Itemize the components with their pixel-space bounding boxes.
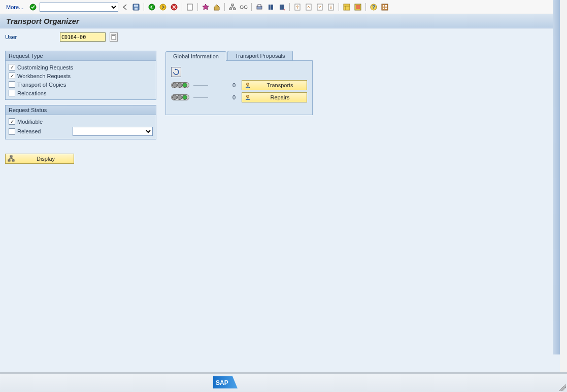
svg-rect-19: [282, 5, 284, 10]
layout-icon[interactable]: [342, 3, 351, 12]
relocations-checkbox[interactable]: [9, 90, 15, 96]
svg-rect-24: [344, 4, 350, 10]
svg-rect-31: [385, 5, 387, 7]
customizing-requests-checkbox[interactable]: [9, 64, 15, 70]
svg-rect-33: [385, 8, 387, 9]
next-page-icon[interactable]: [315, 3, 324, 12]
display-button[interactable]: Display: [5, 154, 74, 164]
content-area: User Request Type Customizing Requests W…: [0, 28, 560, 373]
repairs-label: Repairs: [255, 94, 305, 100]
ok-icon[interactable]: [28, 3, 38, 12]
svg-rect-16: [269, 5, 271, 10]
request-type-title: Request Type: [6, 51, 156, 61]
user-field[interactable]: [60, 32, 106, 42]
svg-point-40: [247, 95, 249, 98]
transports-label: Transports: [255, 82, 305, 88]
workbench-requests-label: Workbench Requests: [17, 73, 71, 79]
svg-rect-26: [356, 5, 360, 9]
repairs-count: 0: [212, 94, 238, 100]
svg-rect-3: [135, 8, 138, 10]
released-dropdown[interactable]: [73, 127, 153, 136]
glasses-icon[interactable]: [239, 3, 248, 12]
person-icon: [244, 82, 251, 88]
svg-rect-36: [10, 156, 12, 157]
svg-rect-15: [258, 5, 261, 7]
released-checkbox[interactable]: [9, 128, 15, 135]
modifiable-label: Modifiable: [17, 119, 43, 125]
transports-traffic-light: [171, 82, 189, 88]
right-scrollbar[interactable]: [553, 0, 560, 354]
resize-grip[interactable]: [559, 384, 566, 391]
workbench-requests-checkbox[interactable]: [9, 73, 15, 79]
svg-rect-37: [8, 160, 10, 161]
footer: SAP: [0, 373, 567, 392]
transport-of-copies-label: Transport of Copies: [17, 82, 66, 88]
user-f4-button[interactable]: [110, 32, 118, 42]
svg-rect-22: [317, 4, 322, 10]
svg-marker-8: [203, 4, 209, 10]
svg-rect-30: [383, 5, 384, 7]
relocations-label: Relocations: [17, 90, 46, 96]
released-label: Released: [17, 128, 41, 134]
tools-icon[interactable]: [201, 3, 210, 12]
user-label: User: [5, 34, 56, 40]
svg-text:?: ?: [372, 5, 375, 10]
tab-transport-proposals[interactable]: Transport Proposals: [227, 51, 293, 60]
command-field[interactable]: [40, 3, 118, 12]
person-icon: [244, 94, 251, 100]
transports-count: 0: [212, 82, 238, 88]
page-title: Transport Organizer: [0, 14, 560, 28]
transports-button[interactable]: Transports: [242, 80, 307, 90]
application-toolbar: More...: [0, 0, 560, 14]
svg-rect-9: [231, 4, 234, 6]
request-status-title: Request Status: [6, 105, 156, 115]
cancel-icon[interactable]: [170, 3, 179, 12]
svg-text:SAP: SAP: [216, 379, 228, 386]
hierarchy-icon[interactable]: [228, 3, 237, 12]
tab-global-information[interactable]: Global Information: [165, 51, 226, 61]
display-button-label: Display: [20, 156, 72, 162]
settings-icon[interactable]: [380, 3, 389, 12]
svg-point-13: [244, 6, 247, 9]
repairs-traffic-light: [171, 94, 189, 100]
session-icon[interactable]: [353, 3, 362, 12]
help-icon[interactable]: ?: [369, 3, 378, 12]
repairs-button[interactable]: Repairs: [242, 92, 307, 102]
collapse-icon[interactable]: [120, 3, 129, 12]
sap-logo: SAP: [213, 377, 239, 388]
svg-rect-11: [234, 8, 236, 10]
hierarchy-icon: [8, 155, 15, 162]
svg-rect-17: [271, 5, 273, 10]
svg-rect-21: [306, 4, 311, 10]
svg-point-39: [247, 83, 249, 86]
svg-rect-32: [383, 8, 384, 9]
find-icon[interactable]: [266, 3, 275, 12]
find-next-icon[interactable]: [277, 3, 286, 12]
svg-rect-35: [112, 35, 115, 36]
svg-rect-18: [280, 5, 282, 10]
customizing-requests-label: Customizing Requests: [17, 64, 73, 70]
svg-rect-10: [229, 8, 231, 10]
exit-icon[interactable]: [158, 3, 168, 12]
request-status-group: Request Status Modifiable Released: [5, 105, 156, 139]
refresh-button[interactable]: [171, 67, 181, 77]
back-icon[interactable]: [147, 3, 156, 12]
request-type-group: Request Type Customizing Requests Workbe…: [5, 51, 156, 100]
svg-point-4: [149, 4, 155, 10]
svg-rect-38: [12, 160, 14, 161]
modifiable-checkbox[interactable]: [9, 118, 15, 125]
svg-rect-29: [382, 4, 388, 10]
transport-of-copies-checkbox[interactable]: [9, 81, 15, 88]
prev-page-icon[interactable]: [304, 3, 313, 12]
svg-point-5: [160, 4, 166, 10]
home-icon[interactable]: [212, 3, 221, 12]
first-page-icon[interactable]: [293, 3, 302, 12]
svg-point-12: [240, 6, 243, 9]
print-icon[interactable]: [255, 3, 264, 12]
svg-rect-7: [187, 4, 192, 10]
new-icon[interactable]: [185, 3, 194, 12]
last-page-icon[interactable]: [326, 3, 336, 12]
tab-global-body: 0 Transports 0: [165, 60, 313, 115]
more-menu[interactable]: More...: [3, 4, 26, 10]
save-icon[interactable]: [131, 3, 141, 12]
